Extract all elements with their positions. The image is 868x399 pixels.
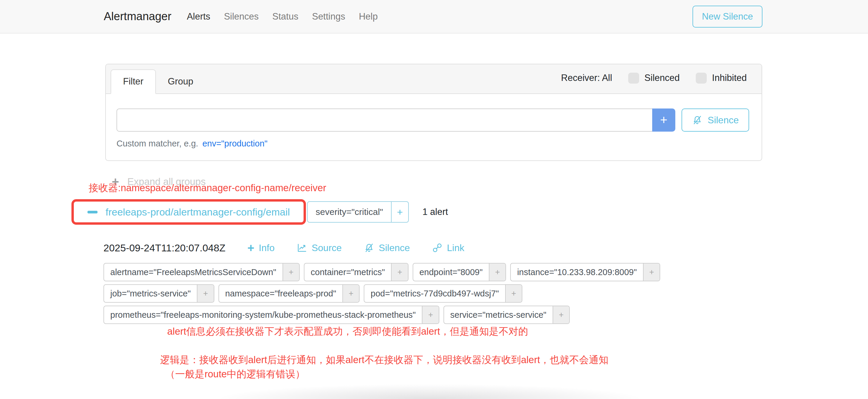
app-brand[interactable]: Alertmanager (104, 10, 172, 23)
source-label: Source (312, 243, 342, 253)
silence-filter-label: Silence (708, 115, 739, 126)
new-silence-button[interactable]: New Silence (692, 6, 763, 28)
receiver-group-row: freeleaps-prod/alertmanager-config/email… (71, 199, 448, 225)
tab-filter[interactable]: Filter (111, 69, 156, 94)
annotation-route-note: （一般是route中的逻辑有错误） (165, 368, 305, 381)
label-tag-pod: pod="metrics-77d9cdb497-wdsj7" + (364, 284, 522, 303)
silence-filter-button[interactable]: Silence (682, 109, 749, 132)
label-text: instance="10.233.98.209:8009" (511, 264, 643, 281)
add-label-filter-button[interactable]: + (342, 285, 359, 302)
filter-options: Receiver: All Silenced Inhibited (561, 73, 747, 84)
link-label: Link (447, 243, 465, 253)
plus-icon: + (247, 242, 254, 254)
chart-line-icon (297, 243, 307, 253)
filter-panel-header: Filter Group Receiver: All Silenced Inhi… (106, 64, 762, 94)
matcher-hint: Custom matcher, e.g.env="production" (117, 139, 749, 149)
filter-panel-body: + Silence Custom matcher, e.g.env="produ… (106, 94, 762, 162)
bell-slash-icon (692, 115, 703, 125)
silenced-toggle[interactable]: Silenced (628, 73, 680, 84)
hint-example-link[interactable]: env="production" (203, 139, 268, 148)
label-tag-namespace: namespace="freeleaps-prod" + (218, 284, 360, 303)
bell-slash-icon (364, 243, 374, 253)
label-tag-prometheus: prometheus="freeleaps-monitoring-system/… (103, 306, 439, 324)
label-tag-endpoint: endpoint="8009" + (413, 263, 506, 281)
label-text: container="metrics" (305, 264, 391, 281)
label-text: job="metrics-service" (104, 285, 197, 302)
inhibited-checkbox[interactable] (696, 73, 707, 84)
matcher-input[interactable] (117, 109, 652, 132)
group-matcher-text: severity="critical" (308, 202, 391, 222)
link-action[interactable]: Link (432, 243, 465, 253)
silenced-label: Silenced (645, 73, 680, 83)
hint-text: Custom matcher, e.g. (117, 139, 198, 148)
filter-panel: Filter Group Receiver: All Silenced Inhi… (105, 64, 762, 161)
collapse-icon (88, 211, 97, 213)
alert-header-row: 2025-09-24T11:20:07.048Z + Info Source S… (103, 242, 464, 254)
nav-silences[interactable]: Silences (224, 11, 258, 22)
bottom-shadow (184, 384, 676, 399)
label-text: endpoint="8009" (413, 264, 489, 281)
add-label-filter-button[interactable]: + (553, 306, 569, 324)
receiver-group-name[interactable]: freeleaps-prod/alertmanager-config/email (105, 206, 290, 218)
label-tag-alertname: alertname="FreeleapsMetricsServiceDown" … (103, 263, 300, 281)
link-icon (432, 243, 443, 253)
label-text: service="metrics-service" (444, 306, 553, 324)
add-label-filter-button[interactable]: + (505, 285, 522, 302)
annotation-logic-note: 逻辑是：接收器收到alert后进行通知，如果alert不在接收器下，说明接收器没… (160, 354, 609, 367)
label-text: prometheus="freeleaps-monitoring-system/… (104, 306, 422, 324)
add-label-filter-button[interactable]: + (391, 264, 408, 281)
annotation-receiver-format: 接收器:namespace/altermanager-config-name/r… (89, 181, 327, 195)
info-action[interactable]: + Info (247, 242, 275, 254)
label-tag-service: service="metrics-service" + (443, 306, 570, 324)
tab-group[interactable]: Group (156, 70, 205, 93)
add-label-filter-button[interactable]: + (422, 306, 438, 324)
add-label-filter-button[interactable]: + (489, 264, 505, 281)
label-tag-instance: instance="10.233.98.209:8009" + (510, 263, 660, 281)
label-tag-job: job="metrics-service" + (103, 284, 214, 303)
nav-status[interactable]: Status (273, 11, 299, 22)
label-text: namespace="freeleaps-prod" (219, 285, 342, 302)
info-label: Info (259, 243, 275, 253)
inhibited-toggle[interactable]: Inhibited (696, 73, 747, 84)
label-text: alertname="FreeleapsMetricsServiceDown" (104, 264, 282, 281)
alert-timestamp: 2025-09-24T11:20:07.048Z (103, 242, 225, 254)
group-matcher-chip: severity="critical" + (307, 201, 409, 223)
source-action[interactable]: Source (297, 243, 342, 253)
add-label-filter-button[interactable]: + (282, 264, 299, 281)
matcher-input-group: + Silence (117, 109, 749, 132)
add-label-filter-button[interactable]: + (197, 285, 213, 302)
nav-help[interactable]: Help (359, 11, 378, 22)
label-tag-container: container="metrics" + (304, 263, 408, 281)
alert-labels: alertname="FreeleapsMetricsServiceDown" … (103, 263, 679, 324)
receiver-selector[interactable]: Receiver: All (561, 73, 612, 83)
silence-action[interactable]: Silence (364, 243, 410, 253)
inhibited-label: Inhibited (712, 73, 747, 83)
silenced-checkbox[interactable] (628, 73, 639, 84)
nav-alerts[interactable]: Alerts (187, 11, 210, 22)
label-text: pod="metrics-77d9cdb497-wdsj7" (364, 285, 505, 302)
add-matcher-button[interactable]: + (652, 109, 675, 132)
group-matcher-add-button[interactable]: + (391, 202, 408, 222)
silence-label: Silence (379, 243, 410, 253)
receiver-group-highlight-box[interactable]: freeleaps-prod/alertmanager-config/email (71, 199, 306, 225)
add-label-filter-button[interactable]: + (643, 264, 660, 281)
annotation-config-note: alert信息必须在接收器下才表示配置成功，否则即使能看到alert，但是通知是… (167, 325, 528, 338)
alert-count: 1 alert (423, 207, 448, 217)
navbar: Alertmanager Alerts Silences Status Sett… (0, 0, 868, 33)
nav-settings[interactable]: Settings (312, 11, 345, 22)
